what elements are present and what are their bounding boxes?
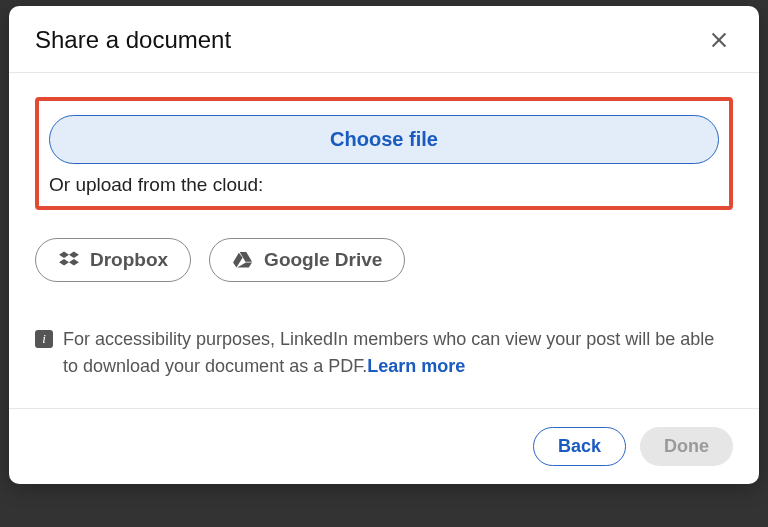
cloud-providers-row: Dropbox Google Drive <box>35 238 733 282</box>
dropbox-button[interactable]: Dropbox <box>35 238 191 282</box>
share-document-modal: Share a document Choose file Or upload f… <box>9 6 759 484</box>
back-button[interactable]: Back <box>533 427 626 466</box>
dropbox-label: Dropbox <box>90 249 168 271</box>
google-drive-icon <box>232 249 254 271</box>
close-button[interactable] <box>705 26 733 54</box>
close-icon <box>708 29 730 51</box>
info-text: For accessibility purposes, LinkedIn mem… <box>63 326 733 380</box>
highlight-annotation: Choose file Or upload from the cloud: <box>35 97 733 210</box>
modal-body: Choose file Or upload from the cloud: Dr… <box>9 97 759 408</box>
accessibility-info: i For accessibility purposes, LinkedIn m… <box>35 326 733 408</box>
google-drive-label: Google Drive <box>264 249 382 271</box>
choose-file-button[interactable]: Choose file <box>49 115 719 164</box>
google-drive-button[interactable]: Google Drive <box>209 238 405 282</box>
done-button[interactable]: Done <box>640 427 733 466</box>
modal-title: Share a document <box>35 26 231 54</box>
learn-more-link[interactable]: Learn more <box>367 356 465 376</box>
cloud-upload-prompt: Or upload from the cloud: <box>49 174 719 196</box>
modal-header: Share a document <box>9 6 759 73</box>
info-icon: i <box>35 330 53 348</box>
dropbox-icon <box>58 249 80 271</box>
modal-footer: Back Done <box>9 408 759 484</box>
